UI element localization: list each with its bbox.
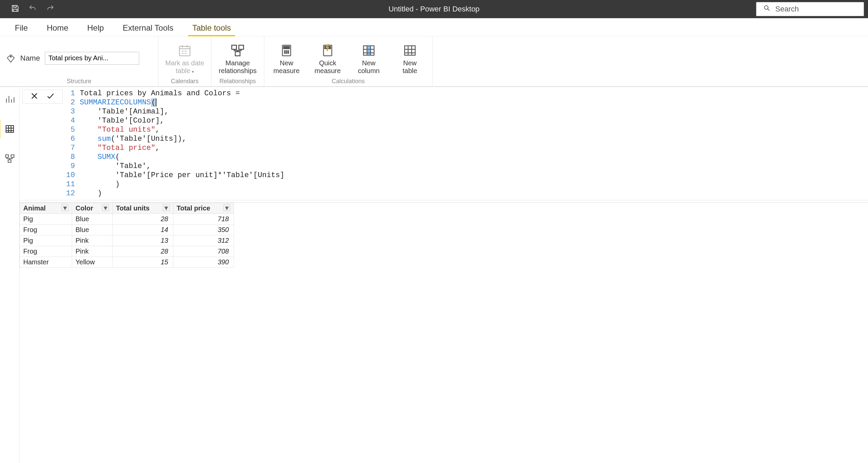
calculator-icon bbox=[279, 43, 294, 58]
ribbon: Name Structure Mark as date table▾ Calen… bbox=[0, 36, 868, 87]
ribbon-group-structure: Name Structure bbox=[0, 36, 158, 86]
column-header[interactable]: Color▾ bbox=[72, 203, 113, 214]
search-placeholder: Search bbox=[775, 5, 799, 13]
workspace: 123456789101112 Total prices by Animals … bbox=[20, 87, 868, 463]
table-row[interactable]: FrogBlue14350 bbox=[20, 225, 234, 235]
column-header[interactable]: Animal▾ bbox=[20, 203, 72, 214]
svg-point-12 bbox=[286, 52, 287, 53]
column-header[interactable]: Total price▾ bbox=[173, 203, 234, 214]
svg-rect-5 bbox=[235, 52, 240, 56]
commit-icon[interactable] bbox=[46, 92, 55, 102]
svg-rect-19 bbox=[6, 126, 13, 132]
relationships-icon bbox=[231, 43, 245, 58]
ribbon-group-label: Structure bbox=[6, 77, 152, 85]
table-header-row: Animal▾Color▾Total units▾Total price▾ bbox=[20, 203, 234, 214]
formula-editor[interactable]: 123456789101112 Total prices by Animals … bbox=[66, 89, 285, 198]
ribbon-group-relationships: Manage relationships Relationships bbox=[211, 36, 264, 86]
svg-point-13 bbox=[288, 52, 289, 53]
svg-point-11 bbox=[284, 52, 285, 53]
code-body[interactable]: Total prices by Animals and Colors =SUMM… bbox=[80, 89, 284, 198]
button-caption: New column bbox=[358, 59, 380, 75]
view-report-button[interactable] bbox=[3, 92, 17, 106]
new-measure-button[interactable]: New measure bbox=[270, 42, 303, 75]
view-data-button[interactable] bbox=[3, 122, 17, 136]
quick-access-toolbar bbox=[4, 4, 55, 14]
new-column-icon bbox=[362, 43, 376, 58]
undo-icon[interactable] bbox=[28, 4, 37, 14]
button-caption: Mark as date table▾ bbox=[165, 59, 204, 75]
ribbon-group-calendars: Mark as date table▾ Calendars bbox=[158, 36, 211, 86]
name-field-label: Name bbox=[20, 54, 40, 63]
ribbon-group-label: Calculations bbox=[270, 77, 426, 85]
tag-icon bbox=[6, 54, 16, 63]
window-title: Untitled - Power BI Desktop bbox=[388, 5, 479, 13]
formula-bar: 123456789101112 Total prices by Animals … bbox=[20, 87, 868, 200]
save-icon[interactable] bbox=[11, 4, 20, 14]
svg-point-0 bbox=[765, 6, 768, 9]
tab-help[interactable]: Help bbox=[78, 19, 113, 36]
view-model-button[interactable] bbox=[3, 152, 17, 166]
cancel-icon[interactable] bbox=[30, 92, 39, 102]
filter-dropdown-icon[interactable]: ▾ bbox=[62, 204, 68, 211]
button-caption: Manage relationships bbox=[219, 59, 257, 75]
result-table: Animal▾Color▾Total units▾Total price▾ Pi… bbox=[20, 202, 868, 268]
tab-file[interactable]: File bbox=[5, 19, 37, 36]
view-switcher bbox=[0, 87, 20, 463]
svg-rect-3 bbox=[232, 45, 237, 49]
button-caption: Quick measure bbox=[315, 59, 341, 75]
new-table-icon bbox=[403, 43, 417, 58]
ribbon-group-label: Relationships bbox=[217, 77, 258, 85]
svg-rect-21 bbox=[11, 155, 14, 158]
ribbon-group-label: Calendars bbox=[164, 77, 205, 85]
svg-rect-7 bbox=[283, 46, 290, 48]
svg-rect-17 bbox=[367, 46, 371, 55]
calendar-icon bbox=[178, 43, 192, 58]
quick-measure-icon bbox=[321, 43, 335, 58]
mark-as-date-table-button: Mark as date table▾ bbox=[164, 42, 205, 75]
tab-home[interactable]: Home bbox=[37, 19, 78, 36]
button-caption: New measure bbox=[273, 59, 300, 75]
filter-dropdown-icon[interactable]: ▾ bbox=[163, 204, 170, 211]
svg-point-8 bbox=[284, 51, 285, 52]
new-table-button[interactable]: New table bbox=[394, 42, 426, 75]
new-column-button[interactable]: New column bbox=[353, 42, 385, 75]
search-icon bbox=[763, 4, 771, 14]
ribbon-group-calculations: New measure Quick measure bbox=[264, 36, 432, 86]
svg-point-10 bbox=[288, 51, 289, 52]
tab-external-tools[interactable]: External Tools bbox=[113, 19, 183, 36]
manage-relationships-button[interactable]: Manage relationships bbox=[217, 42, 258, 75]
formula-controls bbox=[22, 90, 63, 104]
table-row[interactable]: PigPink13312 bbox=[20, 235, 234, 246]
svg-rect-22 bbox=[8, 160, 11, 163]
svg-point-9 bbox=[286, 51, 287, 52]
svg-point-1 bbox=[10, 56, 11, 57]
button-caption: New table bbox=[402, 59, 417, 75]
table-row[interactable]: FrogPink28708 bbox=[20, 246, 234, 257]
column-header[interactable]: Total units▾ bbox=[113, 203, 173, 214]
svg-rect-18 bbox=[405, 46, 415, 55]
svg-rect-20 bbox=[5, 155, 8, 158]
table-row[interactable]: PigBlue28718 bbox=[20, 214, 234, 225]
filter-dropdown-icon[interactable]: ▾ bbox=[223, 204, 230, 211]
table-row[interactable]: HamsterYellow15390 bbox=[20, 257, 234, 268]
tab-table-tools[interactable]: Table tools bbox=[183, 19, 240, 36]
filter-dropdown-icon[interactable]: ▾ bbox=[102, 204, 109, 211]
quick-measure-button[interactable]: Quick measure bbox=[311, 42, 344, 75]
line-gutter: 123456789101112 bbox=[66, 89, 80, 198]
titlebar: Untitled - Power BI Desktop Search bbox=[0, 0, 868, 18]
ribbon-tabs: File Home Help External Tools Table tool… bbox=[0, 18, 868, 36]
svg-rect-4 bbox=[239, 45, 244, 49]
redo-icon[interactable] bbox=[46, 4, 55, 14]
name-field[interactable] bbox=[45, 52, 139, 65]
search-box[interactable]: Search bbox=[756, 2, 864, 16]
